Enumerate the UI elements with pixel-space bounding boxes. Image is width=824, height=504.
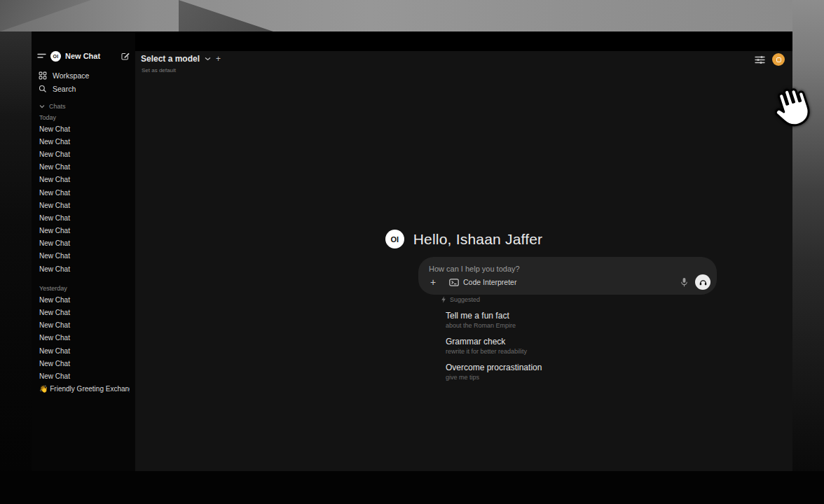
sidebar-title: New Chat	[65, 52, 116, 60]
chat-list-item[interactable]: New Chat	[37, 135, 130, 148]
chat-list-item[interactable]: New Chat	[37, 306, 130, 318]
grid-icon	[39, 71, 47, 80]
set-default-link[interactable]: Set as default	[142, 67, 176, 74]
microphone-icon[interactable]	[680, 277, 688, 288]
message-composer[interactable]: How can I help you today? + Code Interpr…	[418, 257, 717, 295]
suggested-prompt-title: Tell me a fun fact	[446, 311, 721, 321]
chat-list-item[interactable]: New Chat	[37, 332, 130, 344]
chat-list-item[interactable]: New Chat	[37, 250, 130, 262]
sidebar-nav: Workspace Search	[37, 69, 130, 95]
chevron-down-icon[interactable]	[205, 57, 211, 61]
chat-list-item[interactable]: New Chat	[37, 319, 130, 332]
voice-call-button[interactable]	[695, 274, 710, 290]
app-window: OI New Chat Workspace Search	[32, 31, 792, 471]
chat-list-item[interactable]: New Chat	[37, 186, 130, 199]
chat-list-item[interactable]: New Chat	[37, 237, 130, 250]
suggested-prompt-title: Grammar check	[446, 337, 721, 346]
desktop: OI New Chat Workspace Search	[0, 0, 824, 504]
chat-list-item[interactable]: New Chat	[37, 357, 130, 370]
search-label: Search	[53, 85, 76, 93]
chat-group-label-today: Today	[37, 113, 130, 122]
wallpaper-top	[0, 0, 824, 31]
wallpaper-bottom	[0, 471, 824, 504]
chat-list-item[interactable]: New Chat	[37, 293, 130, 306]
sidebar-toggle-icon[interactable]	[37, 52, 46, 59]
chevron-down-icon	[39, 104, 45, 108]
search-icon	[39, 85, 47, 93]
suggested-prompt-subtitle: rewrite it for better readability	[446, 348, 721, 355]
chat-group-label-yesterday: Yesterday	[37, 284, 130, 293]
suggested-prompt-title: Overcome procrastination	[446, 363, 721, 372]
sidebar-item-search[interactable]: Search	[37, 82, 130, 95]
suggested-prompt-subtitle: give me tips	[446, 374, 721, 381]
chat-list-item[interactable]: New Chat	[37, 344, 130, 357]
sidebar-header: OI New Chat	[37, 50, 130, 62]
chat-list-item[interactable]: New Chat	[37, 122, 130, 135]
user-avatar[interactable]	[772, 53, 785, 66]
app-logo-icon: OI	[50, 51, 61, 62]
sidebar-item-workspace[interactable]: Workspace	[37, 69, 130, 82]
main-content: Select a model + Set as default OI Hello…	[135, 31, 792, 471]
app-logo-icon: OI	[385, 230, 404, 248]
suggested-prompt-subtitle: about the Roman Empire	[446, 322, 721, 329]
suggested-prompt[interactable]: Tell me a fun fact about the Roman Empir…	[441, 311, 721, 329]
avatar-glyph-icon	[776, 57, 781, 62]
suggested-prompts: Suggested Tell me a fun fact about the R…	[441, 296, 721, 381]
composer-placeholder[interactable]: How can I help you today?	[429, 265, 520, 273]
wallpaper-right	[792, 0, 824, 504]
chat-list-item[interactable]: New Chat	[37, 174, 130, 186]
sidebar: OI New Chat Workspace Search	[32, 31, 135, 471]
suggested-header: Suggested	[441, 296, 721, 303]
chat-list-item[interactable]: New Chat	[37, 262, 130, 275]
model-selector: Select a model +	[141, 54, 221, 64]
composer-toolbar: + Code Interpreter	[427, 274, 710, 290]
chat-list-item-named[interactable]: 👋 Friendly Greeting Exchange	[37, 383, 130, 396]
chat-list-item[interactable]: New Chat	[37, 225, 130, 237]
suggested-prompt[interactable]: Overcome procrastination give me tips	[441, 363, 721, 381]
new-chat-icon[interactable]	[121, 52, 130, 61]
greeting: OI Hello, Ishaan Jaffer	[135, 230, 792, 248]
chats-section-toggle[interactable]: Chats	[37, 102, 130, 111]
suggested-label: Suggested	[450, 296, 480, 303]
add-model-button[interactable]: +	[216, 55, 221, 62]
workspace-label: Workspace	[53, 71, 89, 80]
chats-label: Chats	[49, 103, 66, 110]
suggested-prompt[interactable]: Grammar check rewrite it for better read…	[441, 337, 721, 355]
bolt-icon	[441, 296, 446, 303]
model-selector-button[interactable]: Select a model	[141, 54, 200, 64]
chat-list-item[interactable]: New Chat	[37, 211, 130, 224]
chat-list-item[interactable]: New Chat	[37, 161, 130, 174]
chat-list-item[interactable]: New Chat	[37, 199, 130, 211]
settings-sliders-icon[interactable]	[755, 55, 765, 64]
chat-list-item[interactable]: New Chat	[37, 370, 130, 382]
code-interpreter-icon	[449, 279, 459, 286]
top-right-controls	[755, 53, 785, 66]
code-interpreter-toggle[interactable]: Code Interpreter	[449, 278, 516, 286]
wallpaper-left	[0, 31, 32, 504]
greeting-text: Hello, Ishaan Jaffer	[413, 231, 543, 248]
attach-plus-button[interactable]: +	[427, 276, 439, 288]
code-interpreter-label: Code Interpreter	[463, 278, 516, 286]
chat-list-item[interactable]: New Chat	[37, 148, 130, 160]
